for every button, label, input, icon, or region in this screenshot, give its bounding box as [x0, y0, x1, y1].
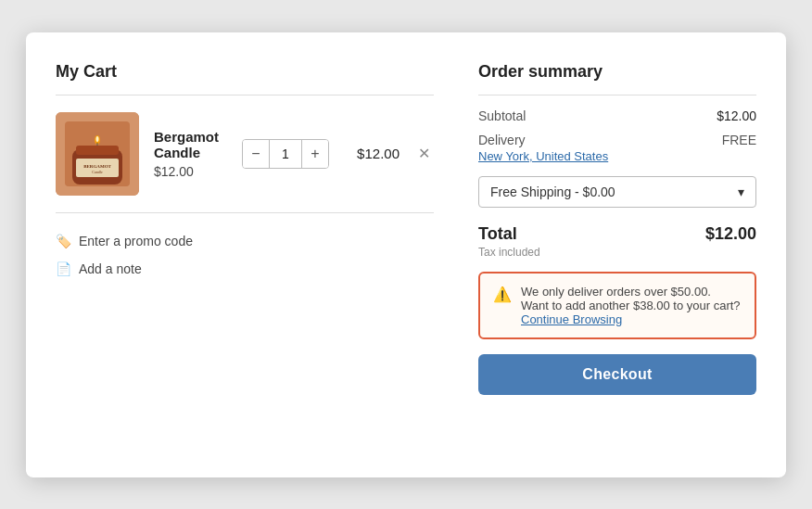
cart-title: My Cart: [56, 62, 434, 82]
product-price-below: $12.00: [154, 164, 227, 179]
subtotal-row: Subtotal $12.00: [478, 108, 756, 123]
promo-icon: 🏷️: [56, 234, 71, 248]
warning-box: ⚠️ We only deliver orders over $50.00. W…: [478, 272, 756, 339]
quantity-decrease-button[interactable]: −: [243, 140, 269, 168]
note-icon: 📄: [56, 261, 71, 276]
tax-note: Tax included: [478, 246, 756, 259]
product-name: Bergamot Candle: [154, 129, 227, 160]
delivery-value: FREE: [722, 133, 756, 147]
shipping-option-label: Free Shipping - $0.00: [490, 185, 615, 199]
svg-point-8: [96, 136, 99, 142]
warning-text: We only deliver orders over $50.00. Want…: [521, 285, 742, 326]
order-divider: [478, 95, 756, 95]
delivery-row: Delivery New York, United States FREE: [478, 133, 756, 163]
delivery-info: Delivery New York, United States: [478, 133, 608, 163]
order-summary-title: Order summary: [478, 62, 756, 82]
svg-rect-3: [76, 146, 119, 155]
delivery-location-link[interactable]: New York, United States: [478, 149, 608, 163]
shipping-select[interactable]: Free Shipping - $0.00 ▾: [478, 176, 756, 208]
warning-message: We only deliver orders over $50.00. Want…: [521, 285, 741, 312]
item-price: $12.00: [344, 146, 400, 161]
svg-text:BERGAMOT: BERGAMOT: [83, 164, 111, 169]
continue-browsing-link[interactable]: Continue Browsing: [521, 312, 622, 326]
quantity-controls: − +: [242, 139, 329, 169]
total-label: Total: [478, 224, 517, 244]
delivery-label: Delivery: [478, 133, 526, 147]
subtotal-value: $12.00: [717, 108, 756, 123]
promo-code-section[interactable]: 🏷️ Enter a promo code: [56, 234, 434, 248]
product-image: BERGAMOT Candle: [56, 112, 139, 196]
chevron-down-icon: ▾: [738, 185, 744, 199]
cart-item: BERGAMOT Candle Bergamot Candle $12.00 −…: [56, 112, 434, 213]
warning-icon: ⚠️: [493, 286, 512, 326]
subtotal-label: Subtotal: [478, 108, 526, 123]
add-note-section[interactable]: 📄 Add a note: [56, 261, 434, 276]
quantity-input[interactable]: [269, 140, 302, 168]
cart-divider: [56, 95, 434, 95]
note-label: Add a note: [79, 261, 142, 276]
product-info: Bergamot Candle $12.00: [154, 129, 227, 179]
total-row: Total $12.00: [478, 224, 756, 244]
right-panel: Order summary Subtotal $12.00 Delivery N…: [478, 62, 756, 452]
quantity-increase-button[interactable]: +: [302, 140, 328, 168]
svg-text:Candle: Candle: [92, 170, 103, 174]
total-value: $12.00: [705, 224, 756, 244]
checkout-button[interactable]: Checkout: [478, 354, 756, 395]
remove-item-button[interactable]: ✕: [414, 141, 434, 166]
left-panel: My Cart BERGAMOT Candle: [56, 62, 434, 452]
promo-label: Enter a promo code: [79, 234, 193, 248]
cart-modal: My Cart BERGAMOT Candle: [26, 32, 786, 477]
